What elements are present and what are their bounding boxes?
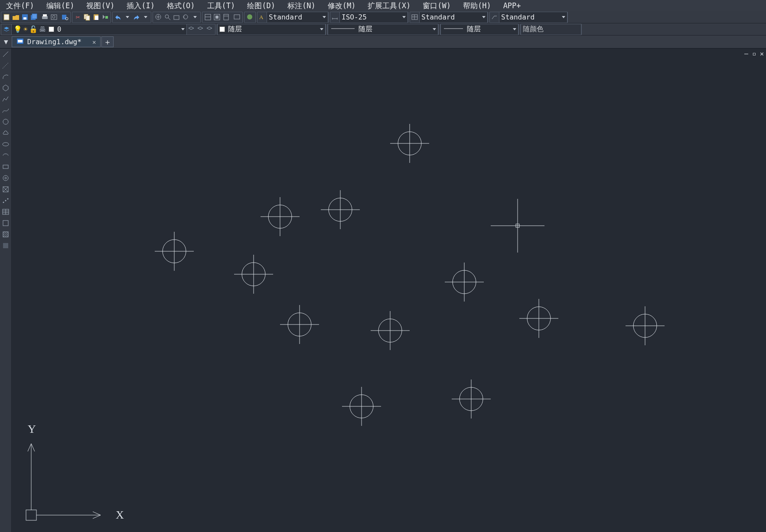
design-center-button[interactable] <box>212 13 222 22</box>
spline-tool[interactable] <box>1 106 10 115</box>
viewport-minimize-button[interactable]: — <box>744 50 748 58</box>
zoom-previous-button[interactable] <box>181 13 190 22</box>
cleanscreen-button[interactable] <box>232 13 241 22</box>
lineweight-combo[interactable]: 随层 <box>328 24 438 35</box>
layer-combo[interactable]: 💡 ☀ 🔓 🖶 0 <box>11 24 187 35</box>
tool-palettes-button[interactable] <box>222 13 231 22</box>
plot-preview-button[interactable] <box>49 13 59 22</box>
drawing-crosshair-circle[interactable] <box>390 124 429 163</box>
viewport-close-button[interactable]: ✕ <box>760 50 764 58</box>
svg-point-8 <box>52 16 55 18</box>
menu-window[interactable]: 窗口(W) <box>417 0 457 11</box>
save-as-button[interactable] <box>29 13 39 22</box>
construction-line-tool[interactable] <box>1 61 10 70</box>
menu-draw[interactable]: 绘图(D) <box>241 0 281 11</box>
undo-dropdown-icon[interactable] <box>123 13 132 22</box>
svg-point-28 <box>247 14 252 19</box>
plotstyle-combo[interactable]: 随颜色 <box>521 24 581 35</box>
viewport-maximize-button[interactable]: ▫ <box>752 50 756 58</box>
drawing-area[interactable]: — ▫ ✕ XY <box>12 49 766 532</box>
copy-button[interactable] <box>82 13 91 22</box>
zoom-window-button[interactable] <box>172 13 181 22</box>
ellipse-tool[interactable] <box>1 139 10 149</box>
drawing-crosshair-circle[interactable] <box>445 263 484 302</box>
menu-appplus[interactable]: APP+ <box>497 0 527 11</box>
menu-insert[interactable]: 插入(I) <box>121 0 161 11</box>
drawing-crosshair-circle[interactable] <box>371 311 410 350</box>
line-tool[interactable] <box>1 49 10 59</box>
menu-tools[interactable]: 工具(T) <box>201 0 241 11</box>
circle-tool[interactable] <box>1 117 10 127</box>
menu-dimension[interactable]: 标注(N) <box>281 0 322 11</box>
table-style-combo[interactable]: Standard <box>419 12 488 23</box>
close-tab-button[interactable]: ✕ <box>92 39 96 45</box>
linetype-combo[interactable]: 随层 <box>440 24 518 35</box>
new-file-button[interactable] <box>2 13 11 22</box>
redo-button[interactable] <box>132 13 141 22</box>
table-tool[interactable] <box>1 207 10 217</box>
paste-button[interactable] <box>91 13 101 22</box>
cut-button[interactable]: ✂ <box>73 13 82 22</box>
hatch-tool[interactable] <box>1 230 10 239</box>
dim-style-icon[interactable] <box>330 13 339 22</box>
save-button[interactable] <box>20 13 29 22</box>
zoom-dropdown-icon[interactable] <box>190 13 199 22</box>
svg-rect-6 <box>43 14 47 16</box>
polygon-tool[interactable] <box>1 83 10 93</box>
color-combo[interactable]: 随层 <box>217 24 326 35</box>
pan-button[interactable] <box>154 13 163 22</box>
layer-previous-button[interactable] <box>187 25 196 34</box>
drawing-crosshair-circle[interactable] <box>452 380 491 418</box>
drawing-crosshair-circle[interactable] <box>321 190 360 229</box>
match-properties-button[interactable] <box>101 13 110 22</box>
properties-button[interactable] <box>203 13 212 22</box>
gradient-tool[interactable] <box>1 241 10 250</box>
menu-help[interactable]: 帮助(H) <box>457 0 497 11</box>
drawing-crosshair-circle[interactable] <box>519 299 558 338</box>
table-style-icon[interactable] <box>410 13 419 22</box>
rectangle-tool[interactable] <box>1 162 10 172</box>
dim-style-combo[interactable]: ISO-25 <box>339 12 408 23</box>
block-insert-tool[interactable] <box>1 185 10 194</box>
mleader-style-icon[interactable] <box>490 13 499 22</box>
zoom-realtime-button[interactable] <box>163 13 172 22</box>
undo-button[interactable] <box>114 13 123 22</box>
menu-view[interactable]: 视图(V) <box>80 0 121 11</box>
new-tab-button[interactable]: ＋ <box>101 36 114 47</box>
render-button[interactable] <box>245 13 254 22</box>
tab-menu-toggle[interactable]: ▼ <box>1 38 11 46</box>
plot-button[interactable] <box>40 13 49 22</box>
drawing-crosshair-circle[interactable] <box>626 306 665 345</box>
layer-isolate-button[interactable] <box>205 25 214 34</box>
document-tab-active[interactable]: Drawing1.dwg* ✕ <box>12 36 101 47</box>
menu-modify[interactable]: 修改(M) <box>322 0 362 11</box>
polyline-tool[interactable] <box>1 94 10 104</box>
ellipse-arc-tool[interactable] <box>1 151 10 160</box>
menu-express[interactable]: 扩展工具(X) <box>362 0 417 11</box>
find-button[interactable] <box>60 13 69 22</box>
point-tool[interactable] <box>1 196 10 205</box>
drawing-crosshair-circle[interactable] <box>261 197 300 236</box>
redo-dropdown-icon[interactable] <box>141 13 150 22</box>
lineweight-value: 随层 <box>359 25 431 34</box>
text-style-icon[interactable]: A <box>258 13 267 22</box>
mleader-style-combo[interactable]: Standard <box>499 12 567 23</box>
region-tool[interactable] <box>1 218 10 228</box>
drawing-crosshair-circle[interactable] <box>280 305 319 344</box>
revision-cloud-tool[interactable] <box>1 128 10 138</box>
menu-file[interactable]: 文件(F) <box>0 0 40 11</box>
layer-manager-button[interactable] <box>2 25 11 34</box>
donut-tool[interactable] <box>1 173 10 183</box>
drawing-crosshair-circle[interactable] <box>342 387 381 426</box>
open-file-button[interactable] <box>11 13 20 22</box>
lineweight-toolbar: 随层 <box>327 24 439 35</box>
menu-format[interactable]: 格式(O) <box>161 0 201 11</box>
svg-rect-19 <box>174 16 179 19</box>
arc-tool[interactable] <box>1 72 10 81</box>
text-style-combo[interactable]: Standard <box>267 12 328 23</box>
drawing-crosshair-circle[interactable] <box>234 255 273 294</box>
menu-edit[interactable]: 编辑(E) <box>40 0 81 11</box>
layer-plot-icon: 🖶 <box>39 25 46 33</box>
drawing-crosshair-circle[interactable] <box>155 232 194 271</box>
layer-states-button[interactable] <box>196 25 205 34</box>
